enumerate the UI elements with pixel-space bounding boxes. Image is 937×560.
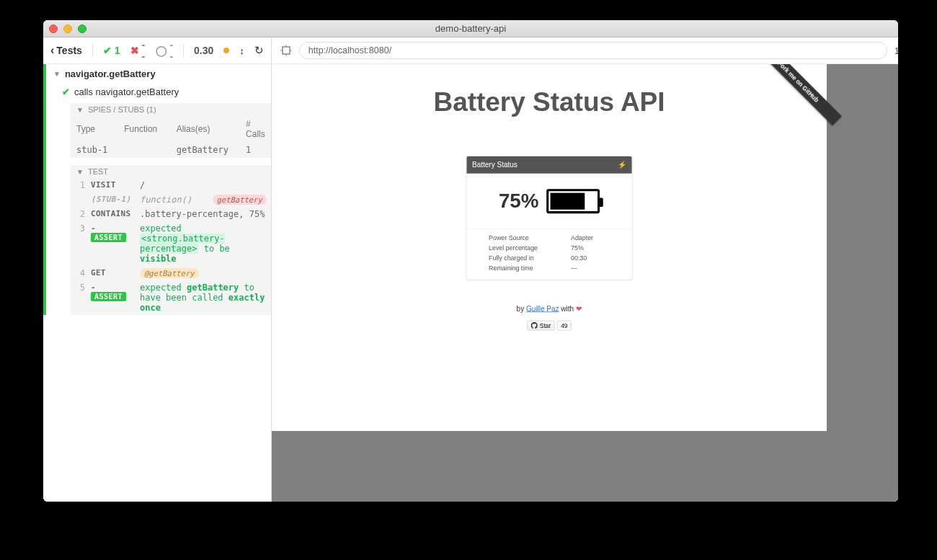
col-function: Function <box>118 116 170 142</box>
table-row[interactable]: stub-1 getBattery 1 <box>71 142 271 158</box>
github-icon <box>530 322 537 329</box>
command-log: 1 VISIT / (STUB-1) function() getBattery… <box>71 178 271 315</box>
command-number: 1 <box>76 180 85 190</box>
url-input[interactable]: http://localhost:8080/ <box>299 42 887 59</box>
card-header: Battery Status ⚡ <box>466 156 631 174</box>
command-name: (STUB-1) <box>91 195 134 204</box>
aut-page: Fork me on GitHub Battery Status API Bat… <box>272 64 827 430</box>
command-message: expected getBattery to have been called … <box>140 283 265 313</box>
byline: by Guille Paz with ❤ <box>272 304 827 313</box>
back-label: Tests <box>56 45 82 56</box>
aut-pane: http://localhost:8080/ 1000 x 660 (83%) … <box>272 37 898 502</box>
detail-label: Level percentage <box>489 244 571 251</box>
stats-failed: ✖ -- <box>130 39 146 62</box>
command-number: 5 <box>76 283 85 293</box>
chevron-left-icon: ‹ <box>50 45 54 56</box>
titlebar: demo-battery-api <box>43 20 898 37</box>
assert-badge: ASSERT <box>91 233 126 242</box>
window-title: demo-battery-api <box>43 23 898 34</box>
separator <box>92 44 93 57</box>
pending-count: -- <box>170 39 174 62</box>
command-row[interactable]: 1 VISIT / <box>71 178 271 192</box>
command-number: 4 <box>76 268 85 278</box>
command-row[interactable]: 2 CONTAINS .battery-percentage, 75% <box>71 207 271 221</box>
github-star-widget: Star 49 <box>527 321 572 331</box>
aut-iframe-container: Fork me on GitHub Battery Status API Bat… <box>272 64 898 502</box>
viewport-size: 1000 x 660 <box>894 45 898 56</box>
maximize-window-button[interactable] <box>78 25 86 33</box>
svg-rect-0 <box>283 47 290 54</box>
alias-pill: getBattery <box>213 195 267 205</box>
col-calls: # Calls <box>240 116 271 142</box>
command-number: 2 <box>76 209 85 219</box>
detail-value: Adapter <box>571 234 610 241</box>
battery-icon <box>546 189 600 213</box>
test-title-row[interactable]: ✔ calls navigator.getBattery <box>46 84 271 100</box>
command-message: @getBattery <box>140 268 265 278</box>
caret-down-icon: ▼ <box>76 168 84 176</box>
command-name: CONTAINS <box>91 209 134 218</box>
url-text: http://localhost:8080/ <box>308 45 391 55</box>
detail-row: Remaining time--- <box>489 263 610 273</box>
card-details: Power SourceAdapter Level percentage75% … <box>466 229 631 279</box>
back-to-tests-button[interactable]: ‹ Tests <box>50 45 82 56</box>
github-star-count[interactable]: 49 <box>557 321 572 331</box>
detail-value: --- <box>571 265 610 271</box>
spies-table: Type Function Alias(es) # Calls stub-1 g… <box>71 116 271 158</box>
command-row[interactable]: 4 GET @getBattery <box>71 266 271 280</box>
table-header-row: Type Function Alias(es) # Calls <box>71 116 271 142</box>
command-row[interactable]: 5 - ASSERT expected getBattery to have b… <box>71 280 271 315</box>
check-icon: ✔ <box>62 86 70 97</box>
detail-value: 75% <box>571 244 610 251</box>
author-link[interactable]: Guille Paz <box>526 304 559 313</box>
detail-label: Power Source <box>489 234 571 241</box>
test-section-header[interactable]: ▼ TEST <box>71 165 271 178</box>
reporter-pane: ‹ Tests ✔ 1 ✖ -- ◯ -- 0.30 <box>43 37 272 502</box>
detail-row: Power SourceAdapter <box>489 233 610 243</box>
reporter-toolbar: ‹ Tests ✔ 1 ✖ -- ◯ -- 0.30 <box>43 37 271 64</box>
card-title: Battery Status <box>472 161 518 169</box>
card-body: 75% <box>466 174 631 229</box>
command-number: 3 <box>76 223 85 234</box>
url-bar: http://localhost:8080/ 1000 x 660 (83%) … <box>272 37 898 64</box>
auto-scroll-toggle[interactable]: ↕ <box>239 45 244 56</box>
github-star-button[interactable]: Star <box>527 321 555 331</box>
caret-down-icon: ▼ <box>53 70 61 78</box>
app-window: demo-battery-api ‹ Tests ✔ 1 ✖ -- <box>43 20 898 502</box>
col-alias: Alias(es) <box>171 116 240 142</box>
assert-badge: ASSERT <box>91 292 126 301</box>
reload-button[interactable]: ↻ <box>254 44 264 57</box>
battery-card: Battery Status ⚡ 75% Power SourceAdapter <box>466 156 632 280</box>
command-row[interactable]: 3 - ASSERT expected <strong.battery-perc… <box>71 221 271 266</box>
minimize-window-button[interactable] <box>63 25 72 33</box>
spec-list: ▼ navigator.getBattery ✔ calls navigator… <box>43 64 271 502</box>
battery-percentage: 75% <box>499 190 538 213</box>
cell-function <box>118 142 170 158</box>
traffic-lights <box>49 25 86 33</box>
command-row[interactable]: (STUB-1) function() getBattery <box>71 192 271 207</box>
caret-down-icon: ▼ <box>76 106 84 114</box>
suite-title-row[interactable]: ▼ navigator.getBattery <box>46 64 271 84</box>
command-name: VISIT <box>91 180 134 190</box>
detail-value: 00:30 <box>571 254 610 261</box>
detail-row: Fully charged in00:30 <box>489 253 610 263</box>
close-window-button[interactable] <box>49 25 58 33</box>
alias-pill: @getBattery <box>140 268 199 278</box>
test-name: calls navigator.getBattery <box>74 86 179 97</box>
byline-pre: by <box>516 304 525 313</box>
detail-label: Remaining time <box>489 265 571 271</box>
spies-section-header[interactable]: ▼ SPIES / STUBS (1) <box>71 103 271 116</box>
cell-alias: getBattery <box>171 142 240 158</box>
detail-row: Level percentage75% <box>489 243 610 253</box>
heart-icon: ❤ <box>576 304 582 313</box>
detail-label: Fully charged in <box>489 254 571 261</box>
byline-post: with <box>559 304 575 313</box>
x-icon: ✖ <box>130 45 139 56</box>
spies-header-label: SPIES / STUBS (1) <box>88 105 156 114</box>
status-dot-icon <box>223 48 229 53</box>
suite: ▼ navigator.getBattery ✔ calls navigator… <box>43 64 271 315</box>
failed-count: -- <box>142 39 146 62</box>
main-body: ‹ Tests ✔ 1 ✖ -- ◯ -- 0.30 <box>43 37 898 502</box>
col-type: Type <box>71 116 118 142</box>
selector-playground-button[interactable] <box>280 45 292 56</box>
